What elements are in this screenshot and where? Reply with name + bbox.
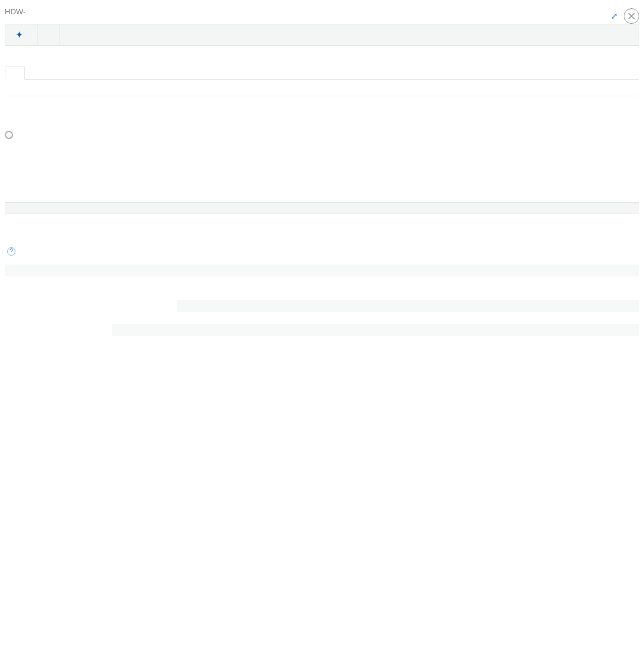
headers-table	[177, 288, 639, 324]
chart-axis	[5, 141, 639, 150]
help-icon[interactable]: ?	[7, 247, 15, 256]
delete-trace-button[interactable]	[37, 24, 59, 45]
tab-map[interactable]	[45, 67, 65, 80]
tabs	[5, 66, 639, 80]
tab-database-queries[interactable]	[65, 67, 86, 80]
chart-marker[interactable]	[5, 131, 13, 139]
th-component[interactable]	[131, 190, 258, 203]
close-icon	[628, 12, 635, 20]
attr-row-request	[5, 288, 639, 336]
toolbar: ✦	[5, 24, 639, 46]
table-header-row	[5, 190, 639, 203]
close-button[interactable]	[624, 8, 639, 24]
tab-trace-details[interactable]	[25, 67, 45, 80]
jira-icon: ✦	[16, 30, 23, 39]
th-category[interactable]	[5, 190, 131, 203]
breakdown-chart	[5, 92, 639, 166]
file-jira-button[interactable]: ✦	[5, 24, 37, 45]
attributes-table	[5, 265, 639, 336]
metrics-row	[5, 54, 639, 55]
page-subtitle: HDW-	[5, 7, 26, 16]
attr-row-http-code	[5, 276, 639, 288]
th-count[interactable]	[259, 190, 385, 203]
tab-summary[interactable]	[5, 67, 25, 80]
attr-row-server-name	[5, 265, 639, 276]
chart-bar[interactable]	[5, 96, 639, 132]
th-duration[interactable]	[385, 190, 512, 203]
request-nested-table	[112, 288, 639, 336]
attributes-heading: ?	[5, 244, 639, 256]
components-table	[5, 190, 639, 214]
th-pct[interactable]	[513, 190, 639, 203]
expand-icon[interactable]: ⤢	[611, 11, 618, 21]
table-footer-row	[5, 203, 639, 214]
